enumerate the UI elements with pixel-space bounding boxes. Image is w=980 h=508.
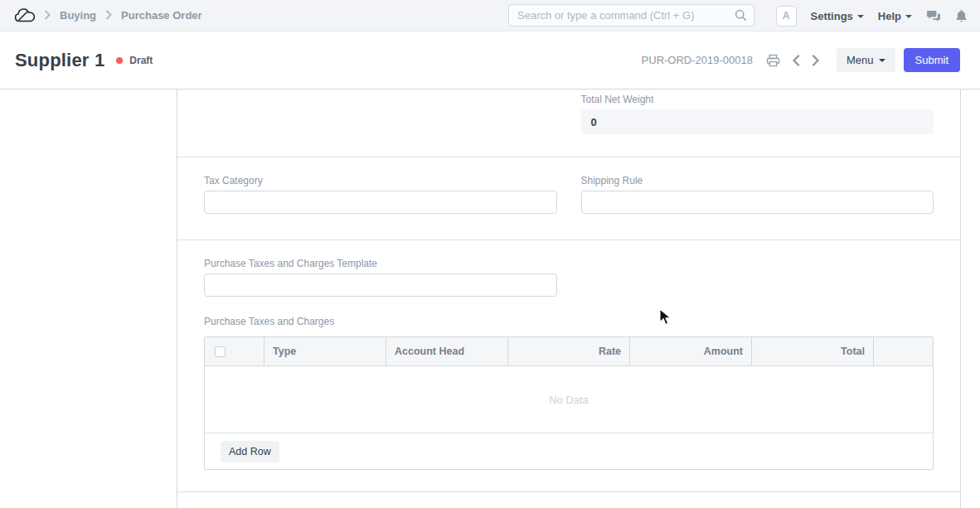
section-totals: Total Net Weight 0: [177, 90, 960, 157]
help-menu[interactable]: Help: [878, 10, 912, 22]
taxes-table-footer: Add Row: [205, 433, 933, 469]
page-header: Supplier 1 Draft PUR-ORD-2019-00018 Menu…: [0, 31, 980, 90]
no-data-text: No Data: [549, 394, 589, 406]
search-input[interactable]: [509, 9, 735, 22]
shipping-rule-input[interactable]: [581, 191, 934, 214]
section-tax-shipping: Tax Category Shipping Rule: [177, 157, 960, 240]
submit-button[interactable]: Submit: [904, 48, 960, 72]
breadcrumb-buying[interactable]: Buying: [60, 9, 96, 22]
total-net-weight-label: Total Net Weight: [581, 93, 934, 106]
taxes-table-empty-state: No Data: [205, 366, 933, 433]
search-icon[interactable]: [735, 9, 747, 22]
notifications-bell-icon[interactable]: [955, 9, 968, 22]
breadcrumb-chevron-icon: [105, 8, 112, 23]
next-document-icon[interactable]: [810, 53, 822, 68]
menu-button[interactable]: Menu: [837, 48, 895, 72]
tax-category-input[interactable]: [204, 191, 557, 214]
global-search: [508, 4, 754, 27]
document-id: PUR-ORD-2019-00018: [642, 54, 753, 66]
form-card: Total Net Weight 0 Tax Category Shipping…: [177, 90, 961, 508]
column-header-amount[interactable]: Amount: [630, 337, 752, 365]
submit-button-label: Submit: [915, 54, 948, 66]
page-title: Supplier 1: [15, 50, 104, 71]
menu-button-label: Menu: [847, 54, 874, 66]
column-header-type[interactable]: Type: [264, 337, 386, 365]
settings-menu[interactable]: Settings: [811, 10, 864, 22]
taxes-table: Type Account Head Rate Amount Total No D…: [204, 336, 934, 470]
avatar[interactable]: A: [776, 6, 797, 27]
navbar: Buying Purchase Order A Settings Help: [0, 0, 980, 31]
chevron-down-icon: [857, 15, 864, 18]
status-indicator-dot: [116, 57, 123, 64]
next-section-start: [177, 492, 960, 507]
print-icon[interactable]: [764, 52, 782, 69]
column-header-account-head[interactable]: Account Head: [386, 337, 508, 365]
form-body: Total Net Weight 0 Tax Category Shipping…: [0, 90, 980, 508]
shipping-rule-label: Shipping Rule: [581, 174, 934, 187]
section-taxes-charges: Purchase Taxes and Charges Template Purc…: [177, 240, 960, 492]
select-all-checkbox[interactable]: [215, 346, 226, 357]
settings-label: Settings: [811, 10, 853, 22]
chat-icon[interactable]: [926, 10, 941, 22]
status-badge: Draft: [129, 55, 153, 66]
taxes-template-label: Purchase Taxes and Charges Template: [204, 257, 557, 270]
select-all-cell: [205, 337, 264, 365]
breadcrumb-purchase-order[interactable]: Purchase Order: [121, 9, 202, 22]
breadcrumb-chevron-icon: [44, 8, 51, 23]
column-header-actions: [874, 337, 933, 365]
column-header-rate[interactable]: Rate: [508, 337, 630, 365]
help-label: Help: [878, 10, 901, 22]
taxes-table-header: Type Account Head Rate Amount Total: [205, 337, 933, 366]
column-header-total[interactable]: Total: [752, 337, 874, 365]
app-logo-icon[interactable]: [13, 7, 35, 24]
add-row-button[interactable]: Add Row: [221, 441, 279, 462]
taxes-template-input[interactable]: [204, 273, 557, 297]
chevron-down-icon: [879, 59, 885, 62]
previous-document-icon[interactable]: [790, 53, 802, 68]
tax-category-label: Tax Category: [204, 174, 557, 187]
total-net-weight-value: 0: [581, 109, 934, 134]
taxes-table-label: Purchase Taxes and Charges: [204, 315, 934, 328]
chevron-down-icon: [905, 15, 912, 18]
